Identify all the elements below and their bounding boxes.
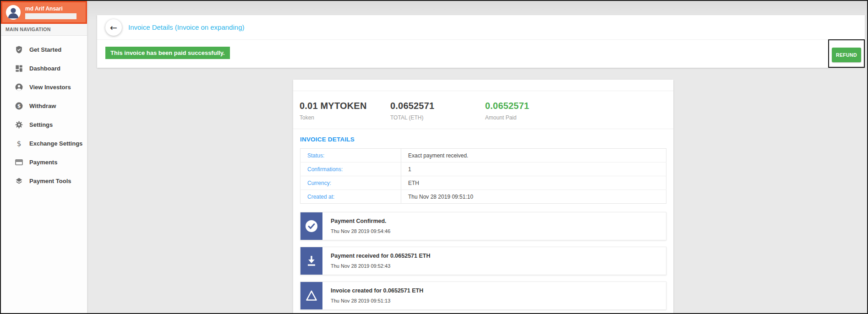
sidebar-item-payments[interactable]: Payments	[1, 153, 87, 172]
back-button[interactable]: ←	[105, 19, 122, 36]
sidebar-item-withdraw[interactable]: $ Withdraw	[1, 97, 87, 115]
timeline-item-invoice-created: Invoice created for 0.0652571 ETH Thu No…	[300, 282, 666, 310]
sidebar-item-view-investors[interactable]: View Investors	[1, 78, 87, 97]
sidebar-item-label: Payment Tools	[29, 178, 71, 184]
person-icon	[6, 5, 21, 20]
person-circle-icon	[15, 83, 23, 92]
check-circle-icon	[305, 219, 318, 233]
sidebar-item-label: Payments	[29, 159, 57, 166]
layers-icon	[15, 177, 23, 185]
timeline-title: Payment received for 0.0652571 ETH	[331, 253, 430, 259]
timeline-item-payment-received: Payment received for 0.0652571 ETH Thu N…	[300, 247, 666, 275]
svg-text:$: $	[17, 103, 21, 109]
timeline-title: Invoice created for 0.0652571 ETH	[331, 287, 423, 294]
sidebar-item-label: Dashboard	[29, 65, 60, 72]
sidebar-item-label: View Investors	[29, 84, 71, 91]
row-value: ETH	[401, 176, 666, 190]
title-row: ← Invoice Details (Invoice on expanding)	[97, 15, 865, 40]
invoice-details-section: INVOICE DETAILS Status: Exact payment re…	[293, 129, 673, 204]
row-value: 1	[401, 162, 666, 176]
invoice-details-table: Status: Exact payment received. Confirma…	[300, 148, 666, 204]
row-value: Thu Nov 28 2019 09:51:10	[401, 190, 666, 204]
credit-card-icon	[15, 158, 23, 167]
sidebar: md Arif Ansari MAIN NAVIGATION Get Start…	[1, 1, 87, 313]
stat-amount-paid: 0.0652571 Amount Paid	[485, 101, 529, 121]
refund-button[interactable]: REFUND	[832, 48, 861, 62]
row-label: Created at:	[300, 190, 401, 204]
timeline-title: Payment Confirmed.	[331, 218, 390, 224]
table-row-confirmations: Confirmations: 1	[300, 162, 666, 176]
timeline-date: Thu Nov 28 2019 09:51:13	[331, 298, 423, 303]
row-label: Status:	[300, 149, 401, 162]
stat-amount-paid-value: 0.0652571	[485, 101, 529, 111]
svg-text:$: $	[16, 139, 21, 148]
sidebar-item-get-started[interactable]: Get Started	[1, 40, 87, 59]
table-row-currency: Currency: ETH	[300, 176, 666, 190]
timeline-icon-block	[300, 282, 322, 309]
sidebar-item-label: Withdraw	[29, 103, 56, 109]
timeline-item-payment-confirmed: Payment Confirmed. Thu Nov 28 2019 09:54…	[300, 212, 666, 240]
sidebar-section-label: MAIN NAVIGATION	[1, 24, 87, 36]
invoice-details-title: INVOICE DETAILS	[300, 136, 666, 143]
avatar	[6, 5, 21, 20]
sidebar-item-payment-tools[interactable]: Payment Tools	[1, 172, 87, 190]
stat-total-eth: 0.0652571 TOTAL (ETH)	[390, 101, 485, 121]
timeline-icon-block	[300, 212, 322, 240]
timeline-icon-block	[300, 247, 322, 275]
timeline-date: Thu Nov 28 2019 09:54:46	[331, 228, 390, 234]
stat-token-label: Token	[300, 114, 390, 121]
invoice-card: 0.01 MYTOKEN Token 0.0652571 TOTAL (ETH)…	[293, 80, 673, 314]
stat-token: 0.01 MYTOKEN Token	[300, 101, 390, 121]
invoice-stats-row: 0.01 MYTOKEN Token 0.0652571 TOTAL (ETH)…	[293, 91, 673, 129]
page-header-card: ← Invoice Details (Invoice on expanding)…	[97, 15, 865, 68]
triangle-icon	[305, 289, 318, 303]
invoice-timeline: Payment Confirmed. Thu Nov 28 2019 09:54…	[293, 204, 673, 310]
gear-icon	[15, 120, 23, 129]
user-profile-header[interactable]: md Arif Ansari	[1, 1, 87, 24]
download-icon	[305, 254, 318, 268]
refund-highlight-box: REFUND	[828, 39, 865, 68]
timeline-date: Thu Nov 28 2019 09:52:43	[331, 263, 430, 269]
dashboard-icon	[15, 64, 23, 73]
sidebar-item-label: Get Started	[29, 46, 61, 53]
sidebar-item-exchange-settings[interactable]: $ Exchange Settings	[1, 134, 87, 153]
stat-amount-paid-label: Amount Paid	[485, 114, 529, 121]
row-label: Currency:	[300, 176, 401, 190]
row-value: Exact payment received.	[401, 149, 666, 162]
sidebar-item-dashboard[interactable]: Dashboard	[1, 59, 87, 78]
invoice-card-top-strip	[293, 80, 673, 91]
sidebar-item-label: Settings	[29, 121, 53, 128]
sidebar-item-label: Exchange Settings	[29, 140, 82, 147]
shield-check-icon	[15, 45, 23, 54]
stat-total-label: TOTAL (ETH)	[390, 114, 485, 121]
table-row-status: Status: Exact payment received.	[300, 149, 666, 162]
sidebar-menu: Get Started Dashboard View Investors	[1, 36, 87, 190]
success-banner: This invoice has been paid successfully.	[105, 47, 230, 59]
page-title: Invoice Details (Invoice on expanding)	[128, 23, 244, 31]
user-name: md Arif Ansari	[25, 5, 76, 12]
dollar-icon: $	[15, 139, 23, 148]
arrow-left-icon: ←	[110, 22, 117, 32]
stat-token-value: 0.01 MYTOKEN	[300, 101, 390, 111]
row-label: Confirmations:	[300, 162, 401, 176]
stat-total-value: 0.0652571	[390, 101, 485, 111]
banner-row: This invoice has been paid successfully.…	[97, 40, 865, 68]
sidebar-item-settings[interactable]: Settings	[1, 115, 87, 134]
table-row-created-at: Created at: Thu Nov 28 2019 09:51:10	[300, 190, 666, 204]
app-window: md Arif Ansari MAIN NAVIGATION Get Start…	[0, 0, 868, 314]
dollar-circle-icon: $	[15, 102, 23, 110]
user-email-redacted-bar	[25, 13, 76, 19]
